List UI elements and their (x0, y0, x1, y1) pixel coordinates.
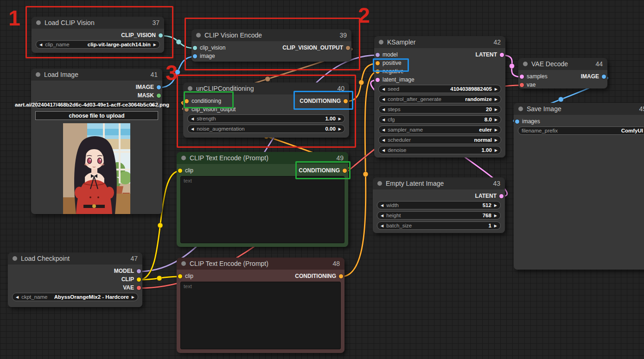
node-vae-decode[interactable]: VAE Decode44samplesIMAGEvae (518, 58, 607, 88)
input-dot-image[interactable] (515, 120, 519, 124)
upload-button[interactable]: choose file to upload (35, 111, 158, 120)
input-slot-images[interactable]: images (515, 118, 540, 125)
combo-left-arrow-icon[interactable]: ◀ (382, 118, 385, 122)
widget-ckpt_name[interactable]: ◀ckpt_nameAbyssOrangeMix2 - Hardcore▶ (12, 293, 138, 301)
node-empty-latent-image[interactable]: Empty Latent Image43LATENT◀width512▶◀hei… (373, 177, 505, 233)
combo-left-arrow-icon[interactable]: ◀ (16, 295, 19, 299)
combo-left-arrow-icon[interactable]: ◀ (382, 148, 385, 152)
collapse-dot-icon[interactable] (377, 181, 382, 186)
output-dot-image[interactable] (157, 85, 161, 89)
collapse-dot-icon[interactable] (13, 256, 17, 261)
combo-right-arrow-icon[interactable]: ▶ (495, 138, 497, 142)
widget-seed[interactable]: ◀seed41040389882405▶ (378, 85, 501, 93)
output-slot-VAE[interactable]: VAE (123, 284, 141, 291)
output-dot-latent[interactable] (500, 53, 504, 57)
annotation-blue-box-2 (293, 91, 353, 110)
output-slot-IMAGE[interactable]: IMAGE (581, 73, 606, 80)
combo-right-arrow-icon[interactable]: ▶ (494, 203, 497, 208)
output-dot-image[interactable] (602, 75, 606, 79)
output-slot-MASK[interactable]: MASK (138, 92, 161, 99)
combo-right-arrow-icon[interactable]: ▶ (495, 128, 497, 132)
combo-left-arrow-icon[interactable]: ◀ (382, 97, 385, 101)
collapse-dot-icon[interactable] (36, 72, 40, 77)
input-dot-latent[interactable] (376, 78, 380, 82)
combo-left-arrow-icon[interactable]: ◀ (381, 203, 383, 208)
prompt-textarea[interactable]: text (180, 176, 344, 243)
widget-filename_prefix[interactable]: filename_prefixComfyUI (518, 126, 644, 135)
collapse-dot-icon[interactable] (181, 261, 186, 266)
node-body: MODELCLIPVAE◀ckpt_nameAbyssOrangeMix2 - … (8, 265, 142, 307)
node-save-image[interactable]: Save Image45imagesfilename_prefixComfyUI (514, 103, 644, 270)
combo-right-arrow-icon[interactable]: ▶ (495, 148, 497, 152)
collapse-dot-icon[interactable] (379, 40, 383, 44)
collapse-dot-icon[interactable] (523, 62, 528, 66)
input-dot-clip[interactable] (178, 169, 182, 173)
widget-scheduler[interactable]: ◀schedulernormal▶ (378, 136, 501, 144)
combo-right-arrow-icon[interactable]: ▶ (495, 118, 497, 122)
widget-sampler_name[interactable]: ◀sampler_nameeuler▶ (378, 126, 501, 134)
wire-midpoint-dot (176, 39, 181, 44)
node-clip-text-encode-neg[interactable]: CLIP Text Encode (Prompt)48clipCONDITION… (177, 258, 344, 353)
input-dot-clip[interactable] (178, 274, 182, 278)
combo-left-arrow-icon[interactable]: ◀ (382, 107, 385, 112)
output-slot-LATENT[interactable]: LATENT (476, 51, 504, 58)
combo-right-arrow-icon[interactable]: ▶ (495, 97, 497, 101)
input-dot-latent[interactable] (520, 75, 524, 79)
input-slot-samples[interactable]: samples (520, 73, 548, 80)
widget-name: denoise (388, 147, 406, 153)
widget-value[interactable]: aart.ai/20240417/468b2d6c-4d03-49e1-acff… (35, 101, 158, 109)
output-slot-IMAGE[interactable]: IMAGE (136, 84, 161, 90)
collapse-dot-icon[interactable] (181, 156, 186, 160)
widget-width[interactable]: ◀width512▶ (377, 201, 501, 209)
widget-value: euler (479, 127, 492, 132)
combo-left-arrow-icon[interactable]: ◀ (382, 128, 385, 132)
combo-right-arrow-icon[interactable]: ▶ (495, 107, 497, 112)
node-titlebar: Load Image41 (31, 69, 162, 81)
output-dot-model[interactable] (137, 269, 141, 273)
combo-left-arrow-icon[interactable]: ◀ (381, 224, 383, 228)
output-slot-LATENT[interactable]: LATENT (475, 193, 504, 199)
output-dot-latent[interactable] (499, 194, 504, 198)
combo-right-arrow-icon[interactable]: ▶ (152, 103, 154, 107)
input-slot-vae[interactable]: vae (520, 82, 536, 88)
output-dot-clip[interactable] (137, 277, 141, 282)
output-dot-vae[interactable] (137, 286, 141, 290)
widget-control_after_generate[interactable]: ◀control_after_generaterandomize▶ (378, 95, 501, 103)
node-load-checkpoint[interactable]: Load Checkpoint47MODELCLIPVAE◀ckpt_nameA… (8, 252, 142, 307)
widget-name: width (386, 202, 399, 208)
combo-right-arrow-icon[interactable]: ▶ (494, 214, 497, 218)
widget-batch_size[interactable]: ◀batch_size1▶ (377, 221, 501, 230)
output-dot-mask[interactable] (157, 94, 161, 98)
wire-clip-8 (139, 277, 180, 280)
input-slot-label: model (383, 51, 398, 58)
combo-left-arrow-icon[interactable]: ◀ (382, 138, 385, 142)
node-ksampler[interactable]: KSampler42modelLATENTpositivenegativelat… (374, 36, 505, 157)
slot-row: IMAGE (31, 83, 162, 91)
node-number: 43 (493, 180, 500, 187)
output-slot-MODEL[interactable]: MODEL (114, 268, 141, 274)
input-slot-model[interactable]: model (376, 51, 398, 58)
output-slot-CLIP[interactable]: CLIP (121, 276, 141, 283)
prompt-textarea[interactable]: text (180, 282, 341, 349)
combo-left-arrow-icon[interactable]: ◀ (382, 87, 385, 91)
widget-value: 768 (483, 213, 491, 218)
node-load-image[interactable]: Load Image41IMAGEMASKaart.ai/20240417/46… (31, 69, 162, 214)
input-dot-vae[interactable] (520, 83, 524, 87)
input-slot-clip[interactable]: clip (178, 273, 193, 279)
collapse-dot-icon[interactable] (518, 107, 523, 111)
node-graph-canvas[interactable]: Load CLIP Vision37CLIP_VISION◀clip_namec… (0, 0, 644, 359)
output-slot-CONDITIONING[interactable]: CONDITIONING (295, 273, 343, 279)
node-titlebar: Load Checkpoint47 (8, 252, 142, 265)
widget-denoise[interactable]: ◀denoise1.00▶ (378, 146, 501, 154)
input-dot-model[interactable] (376, 53, 380, 57)
input-slot-clip[interactable]: clip (178, 167, 193, 174)
widget-steps[interactable]: ◀steps20▶ (378, 105, 501, 113)
combo-right-arrow-icon[interactable]: ▶ (494, 224, 497, 228)
widget-cfg[interactable]: ◀cfg8.0▶ (378, 115, 501, 124)
combo-right-arrow-icon[interactable]: ▶ (132, 295, 134, 299)
input-slot-latent_image[interactable]: latent_image (376, 76, 414, 83)
combo-left-arrow-icon[interactable]: ◀ (381, 214, 383, 218)
combo-right-arrow-icon[interactable]: ▶ (495, 87, 497, 91)
widget-height[interactable]: ◀height768▶ (377, 211, 501, 220)
output-dot-conditioning[interactable] (339, 274, 343, 278)
